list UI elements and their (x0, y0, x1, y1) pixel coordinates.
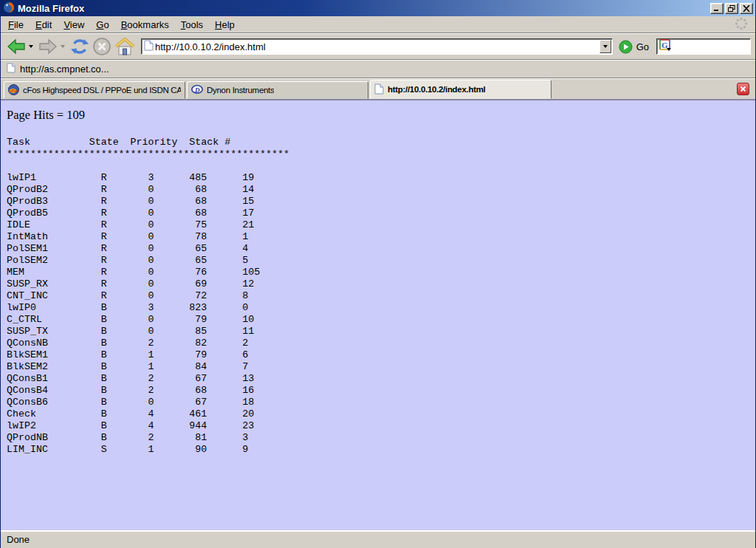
tab-label: Dynon Instruments (207, 86, 274, 95)
forward-button[interactable] (37, 36, 59, 57)
back-icon (7, 38, 26, 55)
back-button[interactable] (5, 36, 27, 57)
bookmark-item[interactable]: http://as.cmpnet.co... (7, 63, 109, 75)
search-input[interactable] (672, 41, 750, 52)
restore-button[interactable] (725, 3, 738, 14)
menu-view[interactable]: View (58, 17, 90, 32)
tab-label: http://10.0.10.2/index.html (388, 85, 486, 94)
stop-button[interactable] (91, 35, 113, 58)
search-box[interactable]: G (656, 38, 751, 55)
bookmarks-toolbar: http://as.cmpnet.co... (1, 60, 755, 78)
url-input[interactable] (154, 41, 599, 52)
forward-dropdown-arrow[interactable] (61, 45, 65, 48)
page-hits-text: Page Hits = 109 (7, 108, 755, 123)
dynon-favicon-icon: D (191, 85, 203, 95)
tab-strip: cFos cFos Highspeed DSL / PPPoE und ISDN… (1, 78, 755, 100)
close-icon (743, 5, 750, 12)
home-button[interactable] (113, 36, 137, 58)
minimize-icon (713, 5, 721, 12)
home-icon (114, 38, 135, 56)
go-icon (619, 40, 633, 54)
page-favicon-icon (144, 40, 154, 53)
window-title: Mozilla Firefox (18, 3, 709, 14)
close-tab-button[interactable] (737, 83, 749, 95)
stop-icon (92, 37, 111, 56)
throbber-icon (735, 17, 748, 32)
navigation-toolbar: Go G (1, 33, 755, 60)
menu-bookmarks[interactable]: Bookmarks (115, 17, 175, 32)
restore-icon (728, 5, 735, 12)
svg-text:cFos: cFos (10, 89, 18, 93)
forward-icon (38, 38, 58, 55)
status-bar: Done (1, 530, 755, 548)
back-dropdown-arrow[interactable] (29, 45, 33, 48)
page-favicon-icon (374, 83, 384, 96)
menu-file[interactable]: File (2, 17, 30, 32)
google-search-engine-icon[interactable]: G (659, 39, 672, 54)
menu-go[interactable]: Go (90, 17, 114, 32)
task-table: Task State Priority Stack # ************… (7, 137, 755, 456)
address-bar[interactable] (141, 38, 613, 55)
reload-icon (70, 37, 89, 56)
go-button-label: Go (636, 41, 649, 52)
minimize-button[interactable] (710, 3, 724, 14)
title-bar: Mozilla Firefox (1, 0, 755, 16)
status-text: Done (7, 534, 30, 545)
menu-help[interactable]: Help (209, 17, 241, 32)
firefox-app-icon (3, 1, 15, 16)
tab-cfos[interactable]: cFos cFos Highspeed DSL / PPPoE und ISDN… (4, 81, 185, 99)
bookmark-page-icon (7, 63, 16, 75)
tab-label: cFos Highspeed DSL / PPPoE und ISDN CAP.… (23, 86, 181, 95)
bookmark-label: http://as.cmpnet.co... (20, 64, 109, 75)
close-window-button[interactable] (740, 3, 753, 14)
menu-tools[interactable]: Tools (175, 17, 209, 32)
url-dropdown-button[interactable] (599, 40, 611, 53)
tab-dynon[interactable]: D Dynon Instruments (187, 81, 368, 99)
svg-text:D: D (194, 86, 200, 94)
close-tab-icon (740, 86, 746, 92)
cfos-favicon-icon: cFos (8, 84, 19, 97)
tab-active-index-page[interactable]: http://10.0.10.2/index.html (370, 80, 551, 99)
page-content: Page Hits = 109 Task State Priority Stac… (1, 100, 755, 530)
go-button[interactable]: Go (619, 40, 649, 54)
menu-bar: File Edit View Go Bookmarks Tools Help (1, 16, 755, 33)
menu-edit[interactable]: Edit (30, 17, 58, 32)
svg-text:G: G (662, 41, 668, 49)
reload-button[interactable] (69, 35, 91, 58)
